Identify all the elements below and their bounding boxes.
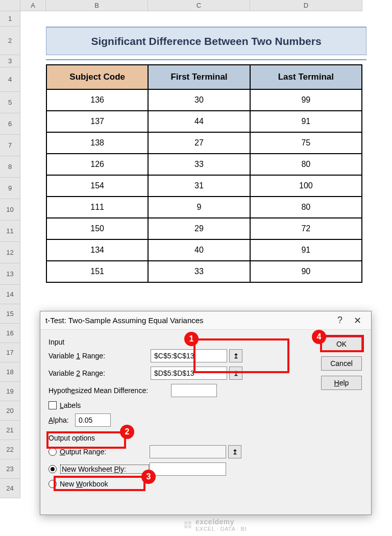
row-1[interactable]: 1 <box>0 11 20 27</box>
new-worksheet-ply-input[interactable] <box>150 462 226 476</box>
cell-code[interactable]: 154 <box>46 175 148 197</box>
hyp-mean-diff-input[interactable] <box>171 384 217 397</box>
cell-code[interactable]: 138 <box>46 132 148 154</box>
output-group-label: Output options <box>48 434 363 442</box>
cell-code[interactable]: 126 <box>46 154 148 175</box>
row-11[interactable]: 11 <box>0 221 20 242</box>
select-all-box[interactable] <box>0 0 20 11</box>
alpha-input[interactable]: 0.05 <box>75 413 111 427</box>
var1-range-input[interactable]: $C$5:$C$13 <box>151 349 227 362</box>
labels-checkbox-label: Labels <box>60 401 81 409</box>
table-row: 15431100 <box>46 175 362 197</box>
cell-last[interactable]: 99 <box>250 89 362 111</box>
dialog-titlebar[interactable]: t-Test: Two-Sample Assuming Equal Varian… <box>40 311 371 330</box>
cell-last[interactable]: 91 <box>250 111 362 132</box>
row-7[interactable]: 7 <box>0 135 20 156</box>
cell-last[interactable]: 80 <box>250 154 362 175</box>
dialog-help-icon[interactable]: ? <box>331 315 349 326</box>
cell-first[interactable]: 31 <box>148 175 250 197</box>
cell-last[interactable]: 90 <box>250 261 362 282</box>
t-test-dialog: t-Test: Two-Sample Assuming Equal Varian… <box>40 311 372 515</box>
cell-first[interactable]: 33 <box>148 154 250 175</box>
header-last-terminal: Last Terminal <box>250 65 362 89</box>
row-20[interactable]: 20 <box>0 401 20 421</box>
callout-1: 1 <box>184 332 199 346</box>
callout-3: 3 <box>141 470 156 484</box>
col-C[interactable]: C <box>148 0 250 11</box>
new-workbook-radio[interactable] <box>48 480 57 488</box>
row-6[interactable]: 6 <box>0 113 20 135</box>
output-range-input[interactable] <box>150 445 226 458</box>
cancel-button[interactable]: Cancel <box>321 356 362 371</box>
row-17[interactable]: 17 <box>0 343 20 362</box>
new-worksheet-ply-radio[interactable] <box>48 465 57 473</box>
close-icon[interactable]: ✕ <box>349 315 366 326</box>
row-5[interactable]: 5 <box>0 92 20 113</box>
cell-last[interactable]: 72 <box>250 218 362 239</box>
row-3[interactable]: 3 <box>0 55 20 67</box>
table-row: 1513390 <box>46 261 362 282</box>
row-14[interactable]: 14 <box>0 285 20 304</box>
table-row: 1263380 <box>46 154 362 175</box>
new-worksheet-ply-label: New Worksheet Ply: <box>60 464 150 474</box>
row-9[interactable]: 9 <box>0 178 20 199</box>
title-underline <box>46 59 366 60</box>
output-range-radio[interactable] <box>48 448 57 456</box>
table-row: 1344091 <box>46 239 362 261</box>
table-row: 1502972 <box>46 218 362 239</box>
cell-first[interactable]: 33 <box>148 261 250 282</box>
col-D[interactable]: D <box>250 0 362 11</box>
watermark-icon <box>183 520 192 529</box>
cell-first[interactable]: 44 <box>148 111 250 132</box>
row-13[interactable]: 13 <box>0 263 20 285</box>
var2-range-input[interactable]: $D$5:$D$13 <box>151 367 227 380</box>
cell-code[interactable]: 151 <box>46 261 148 282</box>
var2-range-picker-icon[interactable]: ↥ <box>229 367 242 380</box>
row-19[interactable]: 19 <box>0 382 20 401</box>
cell-first[interactable]: 9 <box>148 197 250 218</box>
cell-first[interactable]: 27 <box>148 132 250 154</box>
cell-code[interactable]: 111 <box>46 197 148 218</box>
callout-2: 2 <box>120 425 134 439</box>
row-24[interactable]: 24 <box>0 479 20 498</box>
header-first-terminal: First Terminal <box>148 65 250 89</box>
alpha-label: Alpha: <box>48 416 75 424</box>
row-15[interactable]: 15 <box>0 304 20 324</box>
cell-first[interactable]: 40 <box>148 239 250 261</box>
row-4[interactable]: 4 <box>0 67 20 92</box>
cell-code[interactable]: 134 <box>46 239 148 261</box>
cell-last[interactable]: 91 <box>250 239 362 261</box>
labels-checkbox[interactable] <box>48 401 57 409</box>
cell-last[interactable]: 75 <box>250 132 362 154</box>
output-range-picker-icon[interactable]: ↥ <box>228 445 241 458</box>
row-23[interactable]: 23 <box>0 459 20 479</box>
help-button[interactable]: Help <box>321 376 362 390</box>
hyp-mean-diff-label: Hypothesized Mean Difference: <box>48 386 171 395</box>
data-table: Subject Code First Terminal Last Termina… <box>46 64 362 283</box>
table-row: 111980 <box>46 197 362 218</box>
page-title: Significant Difference Between Two Numbe… <box>46 27 366 55</box>
sheet-area: Significant Difference Between Two Numbe… <box>20 11 392 283</box>
row-10[interactable]: 10 <box>0 199 20 221</box>
cell-last[interactable]: 100 <box>250 175 362 197</box>
col-B[interactable]: B <box>46 0 148 11</box>
cell-code[interactable]: 137 <box>46 111 148 132</box>
watermark: exceldemy EXCEL · DATA · BI <box>183 518 247 532</box>
row-18[interactable]: 18 <box>0 362 20 382</box>
cell-first[interactable]: 30 <box>148 89 250 111</box>
col-A[interactable]: A <box>20 0 46 11</box>
output-range-label: Output Range: <box>60 448 150 456</box>
ok-button[interactable]: OK <box>321 337 362 351</box>
row-2[interactable]: 2 <box>0 27 20 55</box>
cell-last[interactable]: 80 <box>250 197 362 218</box>
table-row: 1382775 <box>46 132 362 154</box>
row-8[interactable]: 8 <box>0 156 20 178</box>
row-12[interactable]: 12 <box>0 242 20 263</box>
cell-code[interactable]: 136 <box>46 89 148 111</box>
row-21[interactable]: 21 <box>0 421 20 440</box>
cell-code[interactable]: 150 <box>46 218 148 239</box>
row-22[interactable]: 22 <box>0 440 20 459</box>
row-16[interactable]: 16 <box>0 324 20 343</box>
cell-first[interactable]: 29 <box>148 218 250 239</box>
var1-range-picker-icon[interactable]: ↥ <box>229 349 242 362</box>
